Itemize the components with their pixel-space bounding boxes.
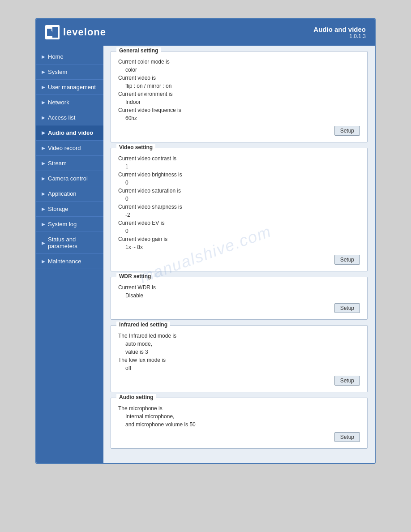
header-version: 1.0.1.3 [313,33,366,39]
sidebar-item-label: Audio and video [48,129,93,136]
sidebar-arrow-icon: ▶ [42,69,45,74]
sidebar-item-label: Storage [48,206,68,212]
sidebar-item-maintenance[interactable]: ▶Maintenance [36,254,103,269]
general-env-label: Current environment is [118,90,360,98]
audio-setup-button[interactable]: Setup [334,432,360,442]
video-brightness-value: 0 [118,179,360,187]
sidebar-item-system-log[interactable]: ▶System log [36,217,103,232]
sidebar-arrow-icon: ▶ [42,85,45,90]
wdr-setting-title: WDR setting [116,273,154,279]
audio-mic-label: The microphone is [118,404,360,412]
logo-text: levelone [63,26,106,38]
svg-text:n: n [47,28,53,38]
sidebar-item-audio-and-video[interactable]: ▶Audio and video [36,125,103,141]
sidebar-arrow-icon: ▶ [42,146,45,150]
sidebar-arrow-icon: ▶ [42,115,45,120]
general-color-label: Current color mode is [118,58,360,66]
sidebar-arrow-icon: ▶ [42,240,45,245]
video-setup-button[interactable]: Setup [334,255,360,265]
sidebar-item-storage[interactable]: ▶Storage [36,202,103,217]
general-video-value: flip : on / mirror : on [118,82,360,90]
sidebar-item-system[interactable]: ▶System [36,64,103,80]
infrared-setting-title: Infrared led setting [116,322,170,328]
sidebar-arrow-icon: ▶ [42,259,45,264]
sidebar: ▶Home▶System▶User management▶Network▶Acc… [36,46,103,463]
video-sharpness-value: -2 [118,211,360,219]
sidebar-item-label: User management [48,84,96,90]
sidebar-item-label: System log [48,221,77,227]
sidebar-item-label: Video record [48,145,81,151]
general-video-label: Current video is [118,74,360,82]
sidebar-item-application[interactable]: ▶Application [36,186,103,202]
infrared-mode-value1: auto mode, [118,340,360,348]
infrared-setting-panel: Infrared led setting The Infrared led mo… [111,325,368,392]
video-ev-value: 0 [118,227,360,235]
infrared-mode-label: The Infrared led mode is [118,332,360,340]
infrared-setup-button[interactable]: Setup [334,376,360,386]
sidebar-item-access-list[interactable]: ▶Access list [36,110,103,125]
svg-rect-1 [52,27,58,38]
logo-area: n levelone [45,25,106,39]
video-setting-panel: Video setting Current video contrast is … [111,148,368,271]
wdr-setting-panel: WDR setting Current WDR is Disable Setup [111,277,368,320]
general-setting-panel: General setting Current color mode is co… [111,51,368,142]
sidebar-item-video-record[interactable]: ▶Video record [36,141,103,156]
logo-icon: n [45,25,60,39]
sidebar-item-label: Application [48,190,77,197]
sidebar-arrow-icon: ▶ [42,100,45,105]
audio-mic-value1: Internal microphone, [118,412,360,420]
video-ev-label: Current video EV is [118,219,360,227]
video-brightness-label: Current video brightness is [118,171,360,179]
sidebar-arrow-icon: ▶ [42,191,45,196]
video-sharpness-label: Current video sharpness is [118,203,360,211]
video-gain-label: Current video gain is [118,235,360,243]
wdr-value: Disable [118,292,360,300]
sidebar-item-label: Home [48,53,64,60]
video-gain-value: 1x ~ 8x [118,243,360,251]
infrared-lux-value: off [118,364,360,372]
sidebar-arrow-icon: ▶ [42,206,45,211]
audio-mic-value2: and microphone volume is 50 [118,420,360,429]
sidebar-arrow-icon: ▶ [42,54,45,59]
sidebar-arrow-icon: ▶ [42,176,45,181]
video-contrast-label: Current video contrast is [118,154,360,163]
sidebar-item-camera-control[interactable]: ▶Camera control [36,171,103,186]
video-setting-title: Video setting [116,144,155,150]
header-title: Audio and video [313,26,366,33]
wdr-setup-button[interactable]: Setup [334,303,360,313]
sidebar-item-user-management[interactable]: ▶User management [36,80,103,95]
main-content: manualshive.com General setting Current … [103,46,375,463]
video-contrast-value: 1 [118,163,360,171]
header: n levelone Audio and video 1.0.1.3 [36,19,375,46]
sidebar-item-label: Stream [48,160,67,167]
general-freq-label: Current video frequence is [118,106,360,114]
general-setting-title: General setting [116,47,161,54]
sidebar-arrow-icon: ▶ [42,161,45,166]
sidebar-item-label: Camera control [48,175,88,182]
audio-setting-panel: Audio setting The microphone is Internal… [111,398,368,449]
video-saturation-value: 0 [118,195,360,203]
wdr-label: Current WDR is [118,283,360,292]
general-env-value: Indoor [118,98,360,106]
sidebar-arrow-icon: ▶ [42,130,45,135]
sidebar-item-label: Network [48,99,69,106]
sidebar-item-network[interactable]: ▶Network [36,95,103,110]
sidebar-item-status-and-parameters[interactable]: ▶Status and parameters [36,232,103,254]
header-title-area: Audio and video 1.0.1.3 [313,26,366,39]
video-saturation-label: Current video saturation is [118,187,360,195]
sidebar-item-stream[interactable]: ▶Stream [36,156,103,171]
audio-setting-title: Audio setting [116,394,156,400]
infrared-lux-label: The low lux mode is [118,356,360,364]
sidebar-item-label: Access list [48,114,75,121]
infrared-mode-value2: value is 3 [118,348,360,356]
main-container: n levelone Audio and video 1.0.1.3 ▶Home… [35,18,376,464]
content-area: ▶Home▶System▶User management▶Network▶Acc… [36,46,375,463]
general-setup-button[interactable]: Setup [334,126,360,136]
sidebar-item-label: Maintenance [48,258,81,265]
general-color-value: color [118,66,360,74]
sidebar-item-label: System [48,69,67,75]
sidebar-arrow-icon: ▶ [42,222,45,227]
general-freq-value: 60hz [118,114,360,122]
sidebar-item-home[interactable]: ▶Home [36,49,103,64]
sidebar-item-label: Status and parameters [48,236,98,249]
